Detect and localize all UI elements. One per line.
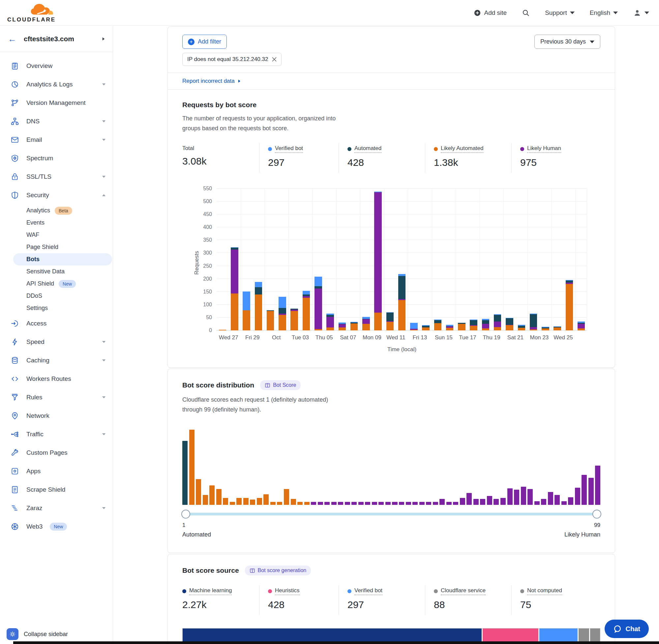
stacked-bar	[554, 326, 561, 330]
stat-cloudflare-service: Cloudflare service88	[425, 585, 511, 615]
sidebar-item-scrape-shield[interactable]: Scrape Shield	[0, 480, 113, 499]
sidebar-item-security[interactable]: Security	[0, 186, 113, 204]
add-filter-button[interactable]: + Add filter	[182, 34, 227, 49]
x-tick-label: Wed 11	[386, 335, 405, 341]
add-site-button[interactable]: Add site	[474, 9, 507, 17]
x-tick-label: Sat 07	[340, 335, 356, 341]
requests-chart: Requests 0501001502002503003504004505005…	[217, 189, 587, 353]
sidebar-item-page-shield[interactable]: Page Shield	[0, 241, 113, 253]
stat-value: 297	[348, 599, 425, 611]
filter-chip[interactable]: IP does not equal 35.212.240.32	[182, 53, 282, 66]
sidebar-item-apps[interactable]: Apps	[0, 462, 113, 480]
sidebar-item-label: Network	[26, 412, 106, 419]
site-header[interactable]: ← cftestsite3.com	[0, 26, 113, 52]
report-incorrect-data-link[interactable]: Report incorrect data	[168, 73, 615, 89]
stat-label[interactable]: Verified bot	[275, 145, 303, 153]
bar-segment-likely-human	[231, 250, 238, 294]
sidebar-item-version-management[interactable]: Version Management	[0, 94, 113, 112]
chevron-down-icon	[570, 12, 574, 14]
search-icon[interactable]	[522, 9, 530, 17]
stat-label[interactable]: Likely Automated	[441, 145, 483, 153]
sidebar-item-analytics-logs[interactable]: Analytics & Logs	[0, 75, 113, 94]
stat-label[interactable]: Automated	[354, 145, 381, 153]
sidebar-item-network[interactable]: Network	[0, 407, 113, 425]
sidebar-item-sensitive-data[interactable]: Sensitive Data	[0, 266, 113, 278]
sidebar-item-overview[interactable]: Overview	[0, 57, 113, 75]
stat-label[interactable]: Machine learning	[189, 587, 232, 595]
apps-icon	[10, 467, 19, 476]
account-menu[interactable]	[633, 8, 649, 17]
bar-segment-likely-automated	[422, 327, 429, 330]
bot-score-generation-badge[interactable]: Bot score generation	[245, 566, 311, 575]
sidebar-item-spectrum[interactable]: Spectrum	[0, 149, 113, 167]
bar-segment-automated	[398, 276, 405, 299]
sidebar-item-ddos[interactable]: DDoS	[0, 290, 113, 302]
sidebar-item-access[interactable]: Access	[0, 314, 113, 333]
sidebar-item-speed[interactable]: Speed	[0, 333, 113, 351]
chevron-right-icon[interactable]	[102, 37, 104, 41]
gear-icon[interactable]	[6, 628, 19, 640]
sidebar-item-web3[interactable]: Web3New	[0, 518, 113, 536]
legend-dot	[434, 589, 438, 593]
histogram-bar	[216, 489, 221, 505]
sidebar-item-zaraz[interactable]: Zaraz	[0, 499, 113, 518]
top-header: CLOUDFLARE Add site Support English	[0, 0, 659, 26]
stacked-bar	[279, 297, 286, 330]
sidebar-item-label: Version Management	[26, 99, 106, 107]
support-menu[interactable]: Support	[545, 9, 574, 17]
histogram-bar	[561, 501, 567, 505]
histogram-bar	[575, 488, 580, 505]
chat-button[interactable]: Chat	[605, 620, 649, 638]
sidebar-item-analytics[interactable]: AnalyticsBeta	[0, 204, 113, 217]
cloudflare-logo[interactable]: CLOUDFLARE	[7, 3, 56, 23]
score-range-slider[interactable]	[182, 513, 600, 515]
sidebar-item-bots[interactable]: Bots	[13, 253, 112, 266]
sidebar-item-settings[interactable]: Settings	[0, 302, 113, 314]
remove-filter-icon[interactable]	[272, 57, 277, 62]
bar-segment-likely-human	[494, 322, 501, 327]
back-arrow-icon[interactable]: ←	[8, 34, 17, 43]
sidebar-item-rules[interactable]: Rules	[0, 388, 113, 407]
stat-label[interactable]: Cloudflare service	[441, 587, 486, 595]
cloudflare-cloud-icon	[30, 3, 56, 17]
sidebar-item-dns[interactable]: DNS	[0, 112, 113, 131]
y-tick-label: 450	[203, 211, 212, 217]
sidebar-item-label: Spectrum	[26, 155, 106, 162]
sidebar-item-email[interactable]: Email	[0, 131, 113, 149]
stat-label[interactable]: Heuristics	[275, 587, 300, 595]
stat-label[interactable]: Verified bot	[354, 587, 382, 595]
bar-segment-automated	[386, 313, 394, 321]
stacked-bar	[422, 325, 429, 330]
language-menu[interactable]: English	[590, 9, 618, 17]
time-range-select[interactable]: Previous 30 days	[534, 34, 600, 49]
slider-handle-max[interactable]	[592, 510, 601, 519]
bar-segment-verified-bot	[303, 291, 310, 295]
y-tick-label: 100	[203, 302, 212, 308]
bar-slot	[492, 189, 503, 330]
histogram-bar	[582, 475, 587, 505]
sidebar-item-waf[interactable]: WAF	[0, 229, 113, 241]
sidebar-item-ssl-tls[interactable]: SSL/TLS	[0, 167, 113, 186]
bar-segment-likely-automated	[290, 311, 298, 330]
stat-label-row: Likely Automated	[434, 145, 511, 153]
stat-label[interactable]: Likely Human	[527, 145, 561, 153]
chevron-down-icon	[590, 41, 594, 43]
stat-value: 1.38k	[434, 157, 511, 168]
sidebar-item-workers-routes[interactable]: Workers Routes	[0, 370, 113, 388]
sidebar-item-api-shield[interactable]: API ShieldNew	[0, 278, 113, 290]
web3-icon	[10, 522, 19, 531]
sidebar-item-custom-pages[interactable]: Custom Pages	[0, 443, 113, 462]
sidebar-item-traffic[interactable]: Traffic	[0, 425, 113, 443]
sidebar-item-caching[interactable]: Caching	[0, 351, 113, 370]
book-icon	[265, 383, 270, 388]
histogram-bar	[426, 502, 431, 505]
stat-value: 3.08k	[182, 156, 259, 167]
bot-score-badge[interactable]: Bot Score	[260, 380, 301, 390]
collapse-sidebar-button[interactable]: Collapse sidebar	[6, 628, 68, 640]
slider-handle-min[interactable]	[181, 510, 190, 519]
histogram-bar	[263, 494, 269, 505]
bar-slot	[468, 189, 480, 330]
sidebar-item-events[interactable]: Events	[0, 217, 113, 229]
stat-label[interactable]: Not computed	[527, 587, 562, 595]
stat-value: 975	[520, 157, 600, 168]
